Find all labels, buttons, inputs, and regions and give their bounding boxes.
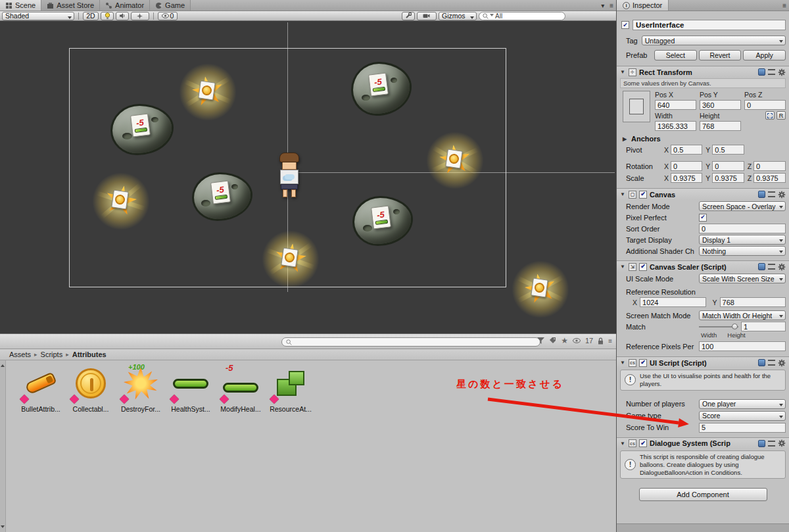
player-character[interactable] <box>277 153 301 200</box>
gear-icon[interactable] <box>778 359 786 367</box>
meteor-rock[interactable]: -5 <box>110 104 174 155</box>
tag-dropdown[interactable]: Untagged <box>642 36 786 45</box>
ref-resolution-y-field[interactable]: 768 <box>720 297 786 307</box>
anchor-preset-button[interactable] <box>623 91 650 122</box>
render-mode-dropdown[interactable]: Screen Space - Overlay <box>699 201 786 211</box>
search-by-type-icon[interactable] <box>537 337 544 344</box>
foldout-icon[interactable]: ▼ <box>620 69 626 75</box>
object-name-field[interactable]: UserInterface <box>633 20 786 30</box>
asset-collectable[interactable]: Collectabl... <box>67 364 114 413</box>
anchors-foldout[interactable]: ▶ Anchors <box>623 135 786 143</box>
match-slider[interactable] <box>699 322 738 331</box>
ui-scale-mode-dropdown[interactable]: Scale With Screen Size <box>699 274 786 283</box>
project-search-input[interactable] <box>281 337 540 347</box>
presets-icon[interactable] <box>768 441 775 447</box>
favorites-star-icon[interactable]: ★ <box>561 337 568 345</box>
star-collectible[interactable] <box>188 72 227 112</box>
help-icon[interactable] <box>758 68 765 76</box>
target-display-dropdown[interactable]: Display 1 <box>699 235 786 245</box>
help-icon[interactable] <box>758 263 765 270</box>
scale-y-field[interactable]: 0.9375 <box>712 173 744 183</box>
foldout-icon[interactable]: ▼ <box>620 360 626 366</box>
tab-asset-store[interactable]: Asset Store <box>41 0 100 11</box>
scene-search-input[interactable]: All <box>479 12 565 20</box>
breadcrumb-assets[interactable]: Assets <box>9 351 31 358</box>
pane-dropdown-icon[interactable]: ▾ <box>598 2 607 9</box>
ref-resolution-x-field[interactable]: 1024 <box>640 297 705 307</box>
dialogue-enabled-checkbox[interactable]: ✔ <box>639 439 647 447</box>
2d-toggle-button[interactable]: 2D <box>83 12 99 20</box>
asset-health-system[interactable]: HealthSyst... <box>167 364 214 413</box>
game-type-dropdown[interactable]: Score <box>699 411 786 421</box>
tools-button[interactable] <box>402 12 415 20</box>
rotation-z-field[interactable]: 0 <box>753 161 786 171</box>
raw-edit-button[interactable]: R <box>777 111 786 120</box>
width-field[interactable]: 1365.333 <box>655 121 696 131</box>
dialogue-system-header[interactable]: ▼ cs ✔ Dialogue System (Scrip <box>617 437 789 449</box>
tab-scene[interactable]: Scene <box>0 0 41 11</box>
project-scrollbar[interactable] <box>0 360 6 532</box>
lock-icon[interactable] <box>598 337 604 345</box>
pixel-perfect-checkbox[interactable]: ✔ <box>699 214 707 222</box>
scroll-up-icon[interactable] <box>1 362 5 367</box>
help-icon[interactable] <box>758 191 765 198</box>
tab-animator[interactable]: Animator <box>100 0 150 11</box>
score-to-win-field[interactable]: 5 <box>699 423 786 433</box>
asset-bullet-attribute[interactable]: BulletAttrib... <box>17 364 64 413</box>
meteor-rock[interactable]: -5 <box>351 62 412 116</box>
help-icon[interactable] <box>758 440 765 447</box>
pane-menu-icon[interactable]: ≡ <box>608 337 612 345</box>
search-by-label-icon[interactable] <box>549 337 556 344</box>
blueprint-mode-button[interactable] <box>765 111 775 120</box>
ui-script-enabled-checkbox[interactable]: ✔ <box>639 359 647 367</box>
pos-x-field[interactable]: 640 <box>655 100 696 110</box>
reference-ppu-field[interactable]: 100 <box>699 341 786 351</box>
tab-game[interactable]: Game <box>150 0 191 11</box>
breadcrumb-scripts[interactable]: Scripts <box>41 351 63 358</box>
add-component-button[interactable]: Add Component <box>639 488 767 501</box>
height-field[interactable]: 768 <box>700 121 741 131</box>
canvas-header[interactable]: ▼ ▢ ✔ Canvas <box>617 188 789 200</box>
gear-icon[interactable] <box>778 439 786 447</box>
rotation-y-field[interactable]: 0 <box>712 161 744 171</box>
presets-icon[interactable] <box>768 191 775 197</box>
asset-resource-attribute[interactable]: ResourceAt... <box>267 364 314 413</box>
sort-order-field[interactable]: 0 <box>699 224 786 233</box>
active-checkbox[interactable]: ✔ <box>621 21 629 29</box>
screen-match-mode-dropdown[interactable]: Match Width Or Height <box>699 310 786 320</box>
foldout-icon[interactable]: ▼ <box>620 264 626 270</box>
prefab-apply-button[interactable]: Apply <box>743 50 786 60</box>
breadcrumb-attributes[interactable]: Attributes <box>72 351 107 358</box>
slider-thumb[interactable] <box>732 324 738 329</box>
meteor-rock[interactable]: -5 <box>192 172 252 221</box>
star-collectible[interactable] <box>271 239 310 279</box>
eye-icon[interactable] <box>573 338 581 343</box>
gear-icon[interactable] <box>778 191 786 199</box>
tab-inspector[interactable]: i Inspector <box>617 0 669 11</box>
presets-icon[interactable] <box>768 264 775 270</box>
presets-icon[interactable] <box>768 69 775 75</box>
pane-menu-icon[interactable]: ≡ <box>607 2 616 9</box>
foldout-icon[interactable]: ▼ <box>620 191 626 197</box>
pos-z-field[interactable]: 0 <box>744 100 786 110</box>
prefab-revert-button[interactable]: Revert <box>699 50 742 60</box>
effects-dropdown-button[interactable] <box>131 12 149 20</box>
scene-visibility-button[interactable]: 0 <box>158 12 178 20</box>
canvas-scaler-enabled-checkbox[interactable]: ✔ <box>639 263 647 271</box>
rotation-x-field[interactable]: 0 <box>671 161 702 171</box>
scale-z-field[interactable]: 0.9375 <box>753 173 786 183</box>
prefab-select-button[interactable]: Select <box>654 50 697 60</box>
scene-view[interactable]: -5 -5 -5 -5 <box>0 21 616 333</box>
gizmos-dropdown[interactable]: Gizmos <box>439 12 477 20</box>
canvas-scaler-header[interactable]: ▼ ⇲ ✔ Canvas Scaler (Script) <box>617 260 789 272</box>
audio-toggle-button[interactable] <box>116 12 129 20</box>
gear-icon[interactable] <box>778 263 786 271</box>
gear-icon[interactable] <box>778 68 786 76</box>
star-collectible[interactable] <box>101 181 141 221</box>
scroll-down-icon[interactable] <box>1 525 5 530</box>
meteor-rock[interactable]: -5 <box>352 196 413 246</box>
scale-x-field[interactable]: 0.9375 <box>671 173 702 183</box>
pane-menu-icon[interactable]: ≡ <box>780 2 789 9</box>
presets-icon[interactable] <box>768 360 775 366</box>
asset-modify-health[interactable]: -5 ModifyHeal... <box>217 364 264 413</box>
